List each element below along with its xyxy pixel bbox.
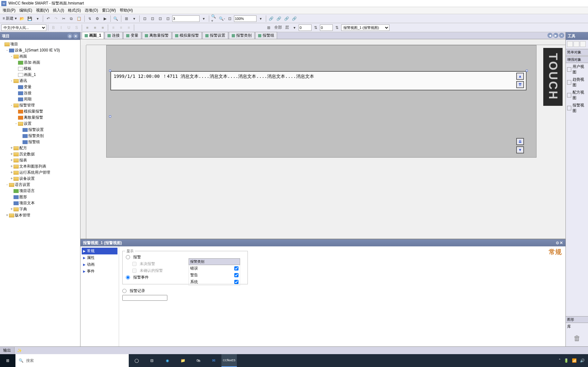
tab-close-icon[interactable]: ✕ (559, 33, 564, 38)
class-row-2[interactable]: 系统 (189, 279, 240, 286)
class-row-0[interactable]: 错误 (189, 265, 240, 272)
store-icon[interactable]: 🛍 (191, 354, 206, 367)
tree-node-15[interactable]: 报警组 (1, 139, 79, 145)
tree-node-25[interactable]: 项目文本 (1, 200, 79, 206)
link3-icon[interactable]: 🔗 (283, 15, 290, 22)
prop-close-icon[interactable]: ✕ (560, 241, 563, 245)
alignl-icon[interactable]: ≡ (110, 24, 117, 31)
prop-cat-2[interactable]: ▶动画 (82, 261, 117, 268)
transfer-icon[interactable]: ↯ (86, 15, 93, 22)
project-tree[interactable]: 项目 -设备_1(Smart 1000 IE V3)-画面添加 画面模板画面_1… (0, 40, 80, 346)
y-spin[interactable]: ⇅ (333, 24, 341, 31)
link2-icon[interactable]: 🔗 (275, 15, 283, 22)
align-icon[interactable]: ⊞ (123, 15, 130, 22)
link4-icon[interactable]: 🔗 (291, 15, 298, 22)
menu-help[interactable]: 帮助(H) (118, 7, 135, 14)
tree-node-19[interactable]: +文本和图形列表 (1, 163, 79, 170)
save-icon[interactable]: 💾 (26, 15, 33, 22)
find-icon[interactable]: 🔍 (112, 15, 119, 22)
library-item[interactable]: 库 (566, 323, 588, 330)
tray-wifi-icon[interactable]: 📶 (572, 358, 577, 363)
prop-pin-icon[interactable]: ⊙ (556, 241, 559, 245)
menu-project[interactable]: 项目(P) (1, 7, 17, 14)
edge-icon[interactable]: ◉ (160, 354, 175, 367)
tree-node-5[interactable]: -通讯 (1, 78, 79, 84)
alignc-icon[interactable]: ≡ (117, 24, 125, 31)
class-row-1[interactable]: 警告 (189, 272, 240, 279)
start-button[interactable]: ⊞ (0, 354, 15, 367)
zoomout-icon[interactable]: 🔍- (219, 15, 226, 22)
wincc-app-icon[interactable]: CCflexES (221, 354, 237, 367)
tree-node-11[interactable]: 离散量报警 (1, 115, 79, 121)
prop-cat-1[interactable]: ▶属性 (82, 254, 117, 261)
x-input[interactable] (299, 24, 312, 31)
tree-node-23[interactable]: 项目语言 (1, 188, 79, 194)
tab-6[interactable]: 报警类别 (229, 32, 255, 39)
tree-node-24[interactable]: 图形 (1, 194, 79, 200)
num-input[interactable] (172, 15, 200, 22)
cut-icon[interactable]: ✂ (60, 15, 67, 22)
alignr-icon[interactable]: ≡ (125, 24, 132, 31)
tree-node-14[interactable]: 报警类别 (1, 133, 79, 139)
prop-cat-0[interactable]: ▶常规 (82, 248, 117, 254)
tab-5[interactable]: 报警设置 (202, 32, 228, 39)
taskbar-search[interactable]: 🔍 搜索 (15, 354, 129, 367)
tab-4[interactable]: 模拟量报警 (172, 32, 202, 39)
tab-0[interactable]: 画面_1 (82, 32, 104, 39)
taskview-icon[interactable]: ◯ (129, 354, 144, 367)
tab-3[interactable]: 离散量报警 (142, 32, 172, 39)
tree-node-4[interactable]: 画面_1 (1, 72, 79, 78)
scroll-bottom-icon[interactable]: ▼ (516, 146, 524, 153)
radio-log[interactable] (122, 289, 126, 293)
graphics-section[interactable]: 图形 (566, 316, 588, 323)
tree-node-16[interactable]: +配方 (1, 145, 79, 151)
bold-icon[interactable]: B (50, 24, 57, 31)
section-simple[interactable]: 简单对象 (566, 49, 588, 56)
redo-icon[interactable]: ↷ (52, 15, 60, 22)
class-check-2[interactable] (234, 279, 238, 285)
tree-root[interactable]: 项目 (1, 41, 79, 47)
color1-icon[interactable]: ■ (84, 24, 91, 31)
tool-line-icon[interactable] (574, 41, 579, 47)
close-panel-icon[interactable]: ✕ (73, 33, 78, 39)
view-item-1[interactable]: 趋势视图 (566, 76, 588, 89)
tree-node-27[interactable]: +版本管理 (1, 212, 79, 218)
menu-format[interactable]: 格式(S) (66, 7, 83, 14)
tree-node-9[interactable]: -报警管理 (1, 102, 79, 108)
menu-options[interactable]: 选项(O) (83, 7, 100, 14)
tab-next-icon[interactable]: ▶ (553, 33, 558, 38)
scroll-down-icon[interactable]: ⇊ (516, 138, 524, 145)
ref1-icon[interactable]: ⊡ (141, 15, 148, 22)
ref4-icon[interactable]: ⊡ (164, 15, 172, 22)
zoom-input[interactable] (234, 15, 257, 22)
output-tab[interactable]: 输出 (0, 347, 14, 354)
tree-node-6[interactable]: 变量 (1, 84, 79, 90)
tool-pointer-icon[interactable] (567, 41, 573, 47)
radio-event[interactable] (126, 275, 130, 280)
link1-icon[interactable]: 🔗 (268, 15, 275, 22)
tray-up-icon[interactable]: ˄ (559, 358, 561, 363)
save-down-icon[interactable]: ▾ (34, 15, 41, 22)
italic-icon[interactable]: I (58, 24, 65, 31)
handle-sw[interactable] (109, 115, 111, 117)
tree-node-1[interactable]: -画面 (1, 53, 79, 60)
undo-icon[interactable]: ↶ (45, 15, 52, 22)
tab-1[interactable]: 连接 (105, 32, 123, 39)
alarm-view-object[interactable]: 1999/1/1 12:00:00 ！4711 消息文本....消息文本....… (110, 71, 527, 90)
strike-icon[interactable]: S (73, 24, 80, 31)
object-select[interactable]: 报警视图_1 (报警视图) (341, 24, 389, 31)
layout-icon[interactable]: ▾ (131, 15, 138, 22)
property-category-tree[interactable]: ▶常规▶属性▶动画▶事件 (80, 246, 119, 346)
zoomdrop-icon[interactable]: ▾ (257, 15, 264, 22)
paste-icon[interactable]: 📋 (76, 15, 83, 22)
tree-node-8[interactable]: 周期 (1, 96, 79, 102)
design-canvas[interactable]: 1999/1/1 12:00:00 ！4711 消息文本....消息文本....… (106, 45, 537, 158)
tree-node-0[interactable]: -设备_1(Smart 1000 IE V3) (1, 47, 79, 53)
handle-nw[interactable] (109, 70, 111, 72)
tree-node-21[interactable]: +设备设置 (1, 176, 79, 182)
tree-node-12[interactable]: -设置 (1, 121, 79, 127)
zoomfit-icon[interactable]: ⊡ (226, 15, 233, 22)
menu-view[interactable]: 视图(V) (34, 7, 51, 14)
section-enhanced[interactable]: 增强对象 (566, 56, 588, 63)
color3-icon[interactable]: ■ (99, 24, 106, 31)
